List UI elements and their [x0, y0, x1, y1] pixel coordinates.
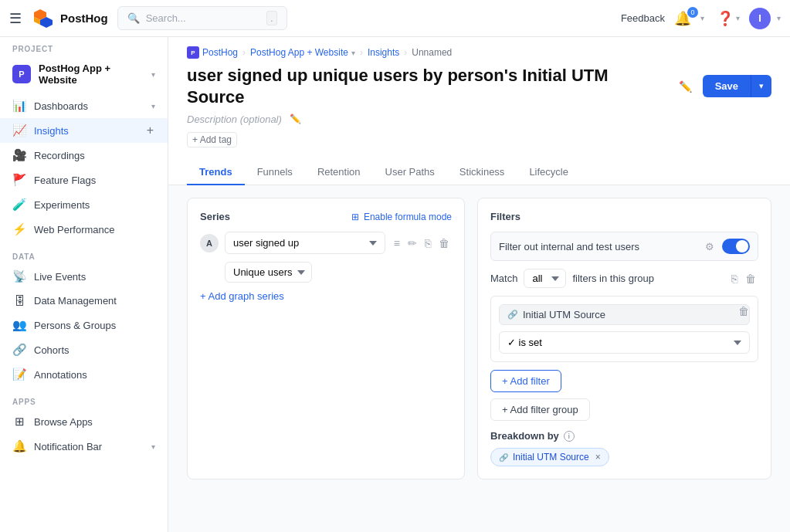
avatar-chevron-icon: ▾	[777, 14, 781, 22]
match-row: Match all any filters in this group ⎘ 🗑	[490, 269, 758, 288]
filters-group-label: filters in this group	[572, 273, 654, 284]
add-filter-button[interactable]: + Add filter	[490, 370, 561, 392]
breadcrumb-app[interactable]: PostHog App + Website ▾	[250, 47, 355, 58]
sidebar-item-recordings[interactable]: 🎥 Recordings	[0, 143, 168, 168]
main-content: P PostHog › PostHog App + Website ▾ › In…	[168, 37, 790, 532]
sidebar: PROJECT P PostHog App + Website ▾ 📊 Dash…	[0, 37, 168, 532]
breakdown-tag-label: Initial UTM Source	[513, 452, 589, 463]
add-series-button[interactable]: + Add graph series	[200, 289, 284, 303]
sidebar-item-dashboards[interactable]: 📊 Dashboards ▾	[0, 93, 168, 118]
annotations-icon: 📝	[12, 368, 26, 381]
tab-stickiness[interactable]: Stickiness	[447, 160, 517, 185]
sidebar-item-label: Web Performance	[34, 224, 155, 236]
match-select[interactable]: all any	[524, 269, 566, 288]
add-filter-group-button[interactable]: + Add filter group	[490, 398, 590, 421]
series-edit-button[interactable]: ✏	[405, 235, 419, 252]
property-tag[interactable]: 🔗 Initial UTM Source	[499, 304, 750, 325]
enable-formula-mode-button[interactable]: ⊞ Enable formula mode	[351, 212, 452, 222]
topnav: ☰ PostHog 🔍 Search... . Feedback 🔔 0 ▾ ❓…	[0, 0, 790, 37]
filter-gear-icon[interactable]: ⚙	[705, 241, 714, 252]
save-dropdown-button[interactable]: ▾	[751, 75, 771, 97]
sidebar-item-live-events[interactable]: 📡 Live Events	[0, 264, 168, 289]
breakdown-type-select[interactable]: Unique users	[225, 262, 312, 283]
sidebar-item-label: Insights	[34, 125, 137, 137]
sidebar-item-experiments[interactable]: 🧪 Experiments	[0, 192, 168, 217]
internal-filter-row: Filter out internal and test users ⚙	[490, 232, 758, 261]
sidebar-item-web-performance[interactable]: ⚡ Web Performance	[0, 217, 168, 242]
logo-text: PostHog	[60, 12, 108, 25]
search-icon: 🔍	[127, 12, 140, 24]
filters-panel: Filters Filter out internal and test use…	[477, 198, 771, 479]
breakdown-tag: 🔗 Initial UTM Source ×	[490, 448, 609, 466]
browse-apps-icon: ⊞	[12, 415, 26, 429]
sidebar-item-notification-bar[interactable]: 🔔 Notification Bar ▾	[0, 434, 168, 459]
sidebar-item-insights[interactable]: 📈 Insights +	[0, 118, 168, 143]
feedback-link[interactable]: Feedback	[621, 12, 665, 24]
sidebar-item-label: Data Management	[34, 295, 155, 307]
search-bar[interactable]: 🔍 Search... .	[117, 6, 287, 30]
tab-lifecycle[interactable]: Lifecycle	[517, 160, 581, 185]
experiments-icon: 🧪	[12, 198, 26, 212]
breakdown-title: Breakdown by i	[490, 430, 758, 442]
edit-title-button[interactable]: ✏️	[676, 77, 695, 96]
sidebar-item-cohorts[interactable]: 🔗 Cohorts	[0, 337, 168, 362]
notification-badge: 0	[687, 7, 698, 18]
series-panel-header: Series ⊞ Enable formula mode	[200, 211, 452, 222]
sidebar-item-label: Experiments	[34, 199, 155, 211]
breadcrumb-sep-2: ›	[360, 47, 363, 58]
help-button[interactable]: ❓ ▾	[714, 7, 743, 30]
tab-funnels[interactable]: Funnels	[245, 160, 305, 185]
help-chevron-icon: ▾	[736, 14, 740, 22]
sidebar-item-data-management[interactable]: 🗄 Data Management	[0, 289, 168, 313]
sidebar-item-label: Cohorts	[34, 344, 155, 356]
save-button[interactable]: Save	[703, 75, 751, 97]
breakdown-section: Breakdown by i 🔗 Initial UTM Source ×	[490, 430, 758, 466]
sidebar-item-feature-flags[interactable]: 🚩 Feature Flags	[0, 168, 168, 192]
breakdown-tag-remove-button[interactable]: ×	[595, 452, 601, 463]
add-tag-button[interactable]: + Add tag	[187, 132, 237, 147]
series-copy-button[interactable]: ⎘	[422, 235, 433, 252]
internal-filter-label: Filter out internal and test users	[499, 241, 697, 252]
breadcrumb-insights[interactable]: Insights	[368, 47, 399, 58]
match-actions: ⎘ 🗑	[729, 270, 758, 287]
edit-description-button[interactable]: ✏️	[287, 110, 304, 127]
menu-icon[interactable]: ☰	[9, 10, 22, 27]
sidebar-item-label: Dashboards	[34, 100, 144, 112]
breakdown-info-icon[interactable]: i	[564, 431, 575, 442]
series-filter-button[interactable]: ≡	[392, 235, 402, 252]
breadcrumb-posthog[interactable]: P PostHog	[187, 46, 238, 59]
series-panel: Series ⊞ Enable formula mode A user sign…	[187, 198, 465, 479]
internal-filter-toggle[interactable]	[722, 239, 750, 254]
copy-filter-group-button[interactable]: ⎘	[729, 270, 740, 287]
tab-user-paths[interactable]: User Paths	[373, 160, 447, 185]
feature-flags-icon: 🚩	[12, 173, 26, 187]
data-management-icon: 🗄	[12, 294, 26, 307]
persons-groups-icon: 👥	[12, 318, 26, 332]
series-event-select[interactable]: user signed up	[225, 232, 385, 254]
filter-condition-select[interactable]: ✓ is set is not set contains	[499, 331, 750, 354]
formula-icon: ⊞	[351, 212, 359, 222]
app-chevron-icon: ▾	[351, 49, 355, 57]
notification-bar-chevron-icon: ▾	[151, 442, 155, 451]
tab-retention[interactable]: Retention	[305, 160, 373, 185]
page-header: user signed up unique users by person's …	[168, 62, 790, 154]
project-selector[interactable]: P PostHog App + Website ▾	[0, 55, 168, 93]
apps-section-label: APPS	[0, 387, 168, 409]
sidebar-item-browse-apps[interactable]: ⊞ Browse Apps	[0, 409, 168, 434]
project-chevron-icon: ▾	[151, 70, 155, 79]
delete-filter-group-button[interactable]: 🗑	[743, 270, 758, 287]
notifications-button[interactable]: 🔔 0 ▾	[671, 7, 707, 30]
sidebar-item-annotations[interactable]: 📝 Annotations	[0, 362, 168, 387]
insights-plus-icon[interactable]: +	[145, 124, 155, 137]
tab-trends[interactable]: Trends	[187, 160, 245, 185]
filters-title: Filters	[490, 211, 520, 222]
series-delete-button[interactable]: 🗑	[436, 235, 452, 252]
filters-header: Filters	[490, 211, 758, 222]
avatar[interactable]: I	[749, 8, 771, 29]
logo: PostHog	[31, 6, 108, 31]
filter-group-delete-button[interactable]: 🗑	[736, 303, 751, 320]
sidebar-item-persons-groups[interactable]: 👥 Persons & Groups	[0, 313, 168, 337]
breadcrumb: P PostHog › PostHog App + Website ▾ › In…	[168, 37, 790, 62]
page-description: Description (optional) ✏️	[187, 110, 771, 127]
two-column-layout: Series ⊞ Enable formula mode A user sign…	[187, 198, 771, 479]
